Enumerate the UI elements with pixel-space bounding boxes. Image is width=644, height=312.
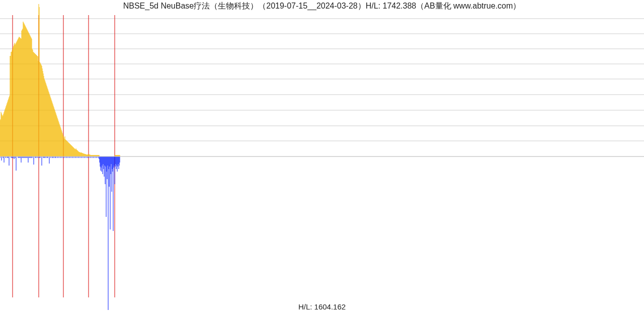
chart-footer-hl: H/L: 1604.162 xyxy=(0,302,644,311)
chart-canvas xyxy=(0,0,644,312)
stock-hl-chart: NBSE_5d NeuBase疗法（生物科技）（2019-07-15__2024… xyxy=(0,0,644,312)
